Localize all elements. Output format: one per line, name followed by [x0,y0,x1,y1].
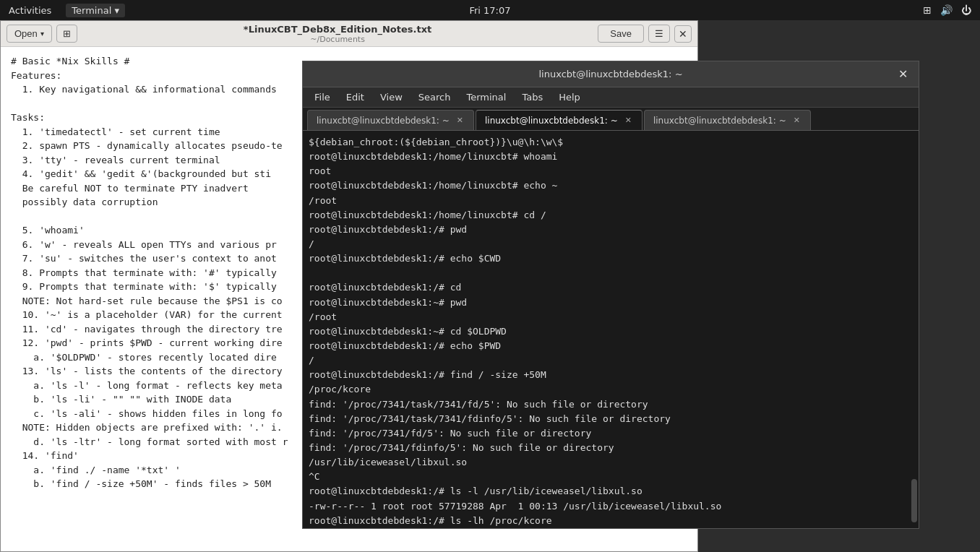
activities-button[interactable]: Activities [9,5,51,16]
menu-tabs[interactable]: Tabs [515,90,550,104]
menu-file[interactable]: File [307,90,338,104]
terminal-tab-3[interactable]: linuxcbt@linuxcbtdebdesk1: ~ ✕ [644,110,811,130]
terminal-tab-1-close[interactable]: ✕ [455,116,465,125]
window-icon[interactable]: ⊞ [923,4,932,16]
editor-menu-button[interactable]: ☰ [648,25,670,43]
terminal-titlebar: linuxcbt@linuxcbtdebdesk1: ~ ✕ [303,61,919,87]
system-bar-clock: Fri 17:07 [469,5,510,16]
open-button[interactable]: Open ▾ [7,25,52,43]
volume-icon[interactable]: 🔊 [940,4,953,16]
system-bar-right: ⊞ 🔊 ⏻ [923,4,971,16]
editor-titlebar: Open ▾ ⊞ *LinuxCBT_Deb8x_Edition_Notes.t… [1,21,697,47]
menu-help[interactable]: Help [551,90,588,104]
terminal-dropdown-button[interactable]: Terminal ▾ [66,4,125,17]
terminal-output[interactable]: ${debian_chroot:(${debian_chroot})}\u@\h… [303,131,910,528]
terminal-tab-2[interactable]: linuxcbt@linuxcbtdebdesk1: ~ ✕ [476,110,642,130]
terminal-tabs: linuxcbt@linuxcbtdebdesk1: ~ ✕ linuxcbt@… [303,108,919,131]
terminal-menubar: File Edit View Search Terminal Tabs Help [303,87,919,108]
open-dropdown-icon[interactable]: ▾ [40,30,44,38]
open-label: Open [14,28,38,39]
menu-edit[interactable]: Edit [339,90,371,104]
terminal-tab-1[interactable]: linuxcbt@linuxcbtdebdesk1: ~ ✕ [307,110,474,130]
terminal-window: linuxcbt@linuxcbtdebdesk1: ~ ✕ File Edit… [302,61,919,529]
terminal-tab-3-label: linuxcbt@linuxcbtdebdesk1: ~ [653,116,786,126]
menu-terminal[interactable]: Terminal [459,90,513,104]
system-bar: Activities Terminal ▾ Fri 17:07 ⊞ 🔊 ⏻ [0,0,980,20]
terminal-close-button[interactable]: ✕ [895,67,910,82]
terminal-tab-2-close[interactable]: ✕ [624,116,633,125]
terminal-tab-2-label: linuxcbt@linuxcbtdebdesk1: ~ [485,116,618,126]
editor-title-center: *LinuxCBT_Deb8x_Edition_Notes.txt ~/Docu… [77,24,598,44]
editor-titlebar-buttons: Save ☰ ✕ [598,25,692,43]
terminal-tab-3-close[interactable]: ✕ [792,116,801,125]
power-icon[interactable]: ⏻ [961,4,971,16]
terminal-scrollbar[interactable] [910,131,919,528]
save-button[interactable]: Save [598,25,644,43]
terminal-tab-1-label: linuxcbt@linuxcbtdebdesk1: ~ [317,116,450,126]
terminal-scrollbar-thumb[interactable] [911,479,917,522]
menu-search[interactable]: Search [411,90,458,104]
terminal-title: linuxcbt@linuxcbtdebdesk1: ~ [326,69,895,79]
menu-view[interactable]: View [373,90,410,104]
system-bar-left: Activities Terminal ▾ [9,4,125,17]
editor-toolbar-icon: ⊞ [63,28,71,39]
editor-filepath: ~/Documents [310,35,365,44]
editor-toolbar-button[interactable]: ⊞ [56,25,77,43]
editor-close-button[interactable]: ✕ [674,25,692,43]
editor-filename: *LinuxCBT_Deb8x_Edition_Notes.txt [244,24,431,35]
